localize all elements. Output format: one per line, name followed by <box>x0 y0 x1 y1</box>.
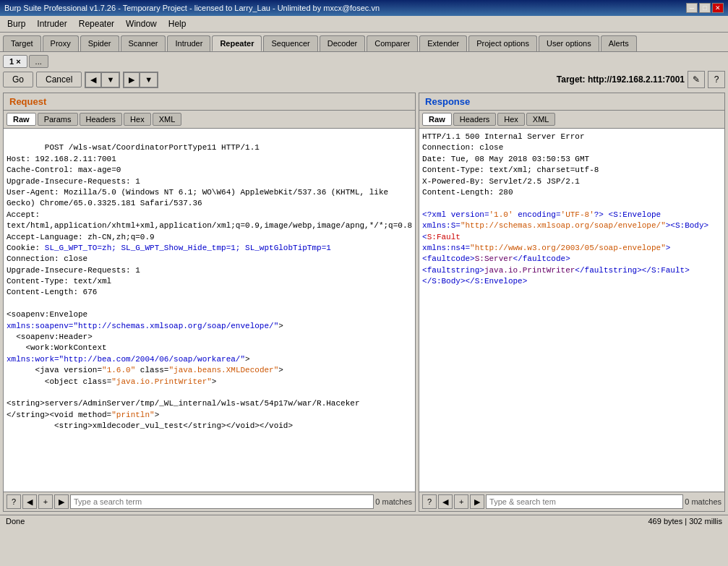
request-tab-hex[interactable]: Hex <box>124 113 151 126</box>
response-tab-hex[interactable]: Hex <box>497 113 525 126</box>
tab-scanner[interactable]: Scanner <box>121 35 166 51</box>
content-area: 1 × ... Go Cancel ◀ ▼ ▶ ▼ Target: http:/… <box>0 51 728 515</box>
menu-repeater[interactable]: Repeater <box>74 17 119 30</box>
request-footer: ? ◀ + ▶ 0 matches <box>4 492 415 511</box>
cancel-button[interactable]: Cancel <box>36 72 82 87</box>
request-content[interactable]: POST /wls-wsat/CoordinatorPortType11 HTT… <box>4 129 415 492</box>
menu-burp[interactable]: Burp <box>3 17 30 30</box>
forward-dropdown-button[interactable]: ▼ <box>140 72 158 87</box>
response-next-btn[interactable]: + <box>454 494 468 509</box>
request-tab-raw[interactable]: Raw <box>7 113 36 126</box>
back-button[interactable]: ◀ <box>85 72 101 87</box>
forward-button[interactable]: ▶ <box>124 72 140 87</box>
response-tab-xml[interactable]: XML <box>526 113 556 126</box>
tab-extender[interactable]: Extender <box>419 35 467 51</box>
sub-tab-1[interactable]: 1 × <box>3 55 27 68</box>
response-content[interactable]: HTTP/1.1 500 Internal Server Error Conne… <box>419 129 724 492</box>
go-button[interactable]: Go <box>3 72 33 87</box>
status-ready: Done <box>6 517 25 526</box>
request-help-btn[interactable]: ? <box>7 494 21 509</box>
tab-comparer[interactable]: Comparer <box>367 35 418 51</box>
response-match-count: 0 matches <box>685 497 721 506</box>
response-tab-headers[interactable]: Headers <box>453 113 497 126</box>
menu-help[interactable]: Help <box>164 17 191 30</box>
response-last-btn[interactable]: ▶ <box>470 494 484 509</box>
request-tab-xml[interactable]: XML <box>153 113 182 126</box>
menu-window[interactable]: Window <box>121 17 161 30</box>
tab-spider[interactable]: Spider <box>80 35 119 51</box>
response-search-input[interactable] <box>486 494 683 509</box>
request-search-input[interactable] <box>70 494 374 509</box>
tab-sequencer[interactable]: Sequencer <box>263 35 317 51</box>
tab-alerts[interactable]: Alerts <box>601 35 637 51</box>
request-prev-btn[interactable]: ◀ <box>22 494 37 509</box>
tab-intruder[interactable]: Intruder <box>167 35 210 51</box>
request-last-btn[interactable]: ▶ <box>54 494 69 509</box>
target-label: Target: http://192.168.2.11:7001 <box>557 74 685 85</box>
request-tab-params[interactable]: Params <box>38 113 78 126</box>
response-footer: ? ◀ + ▶ 0 matches <box>419 492 724 511</box>
response-help-btn[interactable]: ? <box>422 494 437 509</box>
sub-tabs: 1 × ... <box>3 55 725 68</box>
request-tab-headers[interactable]: Headers <box>80 113 123 126</box>
response-panel: Response Raw Headers Hex XML HTTP/1.1 50… <box>419 93 725 512</box>
toolbar: Go Cancel ◀ ▼ ▶ ▼ Target: http://192.168… <box>3 71 725 88</box>
main-tabs: Target Proxy Spider Scanner Intruder Rep… <box>0 33 728 51</box>
tab-proxy[interactable]: Proxy <box>43 35 79 51</box>
response-header: Response <box>419 93 724 111</box>
request-next-btn[interactable]: + <box>38 494 53 509</box>
maximize-button[interactable]: □ <box>699 3 711 13</box>
tab-decoder[interactable]: Decoder <box>320 35 366 51</box>
title-text: Burp Suite Professional v1.7.26 - Tempor… <box>4 4 380 12</box>
sub-tab-more[interactable]: ... <box>29 55 48 68</box>
response-prev-btn[interactable]: ◀ <box>438 494 453 509</box>
request-match-count: 0 matches <box>375 497 412 506</box>
edit-target-button[interactable]: ✎ <box>688 71 705 88</box>
back-dropdown-button[interactable]: ▼ <box>101 72 119 87</box>
response-tabs: Raw Headers Hex XML <box>419 111 724 129</box>
request-header: Request <box>4 93 415 111</box>
tab-target[interactable]: Target <box>3 35 41 51</box>
help-button[interactable]: ? <box>708 71 725 88</box>
title-bar: Burp Suite Professional v1.7.26 - Tempor… <box>0 0 728 16</box>
status-info: 469 bytes | 302 millis <box>648 517 722 526</box>
tab-user-options[interactable]: User options <box>539 35 599 51</box>
menu-intruder[interactable]: Intruder <box>33 17 71 30</box>
menu-bar: Burp Intruder Repeater Window Help <box>0 16 728 33</box>
tab-repeater[interactable]: Repeater <box>212 35 262 51</box>
request-tabs: Raw Params Headers Hex XML <box>4 111 415 129</box>
tab-project-options[interactable]: Project options <box>468 35 537 51</box>
status-bar: Done 469 bytes | 302 millis <box>0 515 728 527</box>
minimize-button[interactable]: ─ <box>686 3 698 13</box>
close-button[interactable]: ✕ <box>712 3 724 13</box>
request-panel: Request Raw Params Headers Hex XML POST … <box>3 93 416 512</box>
response-tab-raw[interactable]: Raw <box>422 113 452 126</box>
panels: Request Raw Params Headers Hex XML POST … <box>3 93 725 512</box>
title-bar-controls: ─ □ ✕ <box>686 3 724 13</box>
